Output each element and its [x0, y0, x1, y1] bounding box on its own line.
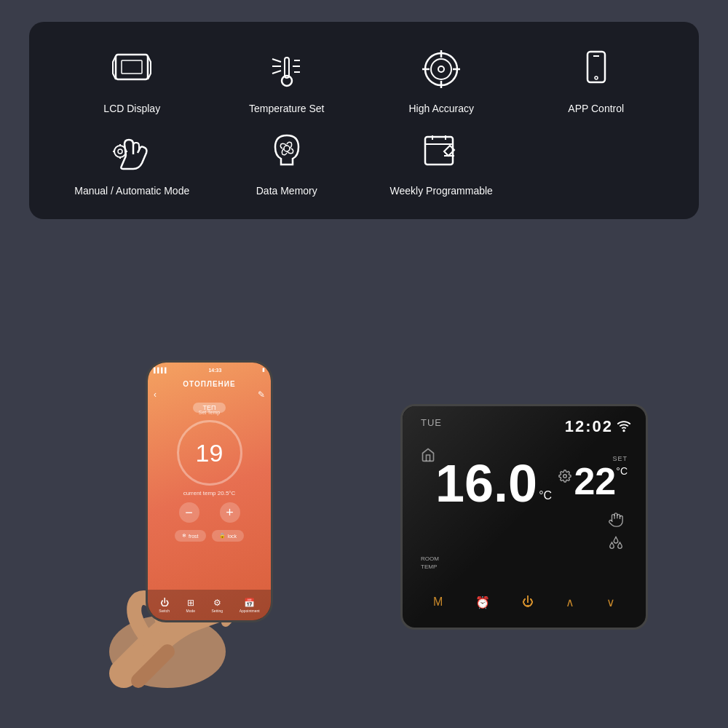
phone-screen: ▌▌▌▌ 14:33 ▮ ОТОПЛЕНИЕ ‹ ✎ ТЕП Set Temp: [148, 363, 271, 620]
phone-nav-switch[interactable]: ⏻ Switch: [159, 598, 170, 613]
feature-weekly-programmable: Weekly Programmable: [368, 126, 515, 197]
svg-point-35: [623, 430, 625, 431]
svg-line-8: [272, 59, 281, 62]
phone-signal: ▌▌▌▌: [154, 368, 168, 373]
svg-point-27: [284, 146, 290, 151]
touch-icon: [608, 512, 624, 528]
manual-auto-label: Manual / Automatic Mode: [74, 184, 189, 197]
svg-point-36: [563, 475, 567, 478]
thermostat-down-button[interactable]: ∨: [606, 596, 615, 609]
thermostat-bottom-controls: M ⏰ ⏻ ∧ ∨: [417, 587, 631, 617]
phone-section: ▌▌▌▌ 14:33 ▮ ОТОПЛЕНИЕ ‹ ✎ ТЕП Set Temp: [80, 360, 298, 673]
phone-frost-button[interactable]: ❄ frost: [175, 530, 206, 542]
lcd-display-icon: [106, 44, 157, 95]
phone-nav-appointment[interactable]: 📅 Appointment: [240, 598, 260, 613]
thermostat-main-temp: 16.0 °C: [435, 457, 552, 510]
svg-point-11: [425, 53, 457, 85]
thermostat-up-button[interactable]: ∧: [566, 596, 574, 609]
wifi-icon: [617, 419, 631, 435]
thermostat-set-area: SET 22 °C: [574, 455, 628, 500]
phone-temp-dial: Set Temp 19: [177, 420, 242, 486]
heating-icon: [608, 535, 624, 551]
manual-auto-icon: [106, 126, 157, 177]
high-accuracy-icon: [416, 44, 467, 95]
data-memory-icon: [261, 126, 312, 177]
phone-nav-setting[interactable]: ⚙ Setting: [212, 598, 223, 613]
phone-plus-button[interactable]: +: [220, 502, 240, 523]
phone-lock-button[interactable]: 🔒 lock: [212, 530, 244, 542]
thermostat-side-icons: [608, 512, 624, 551]
thermostat-set-temp: 22: [574, 462, 616, 500]
bottom-section: ▌▌▌▌ 14:33 ▮ ОТОПЛЕНИЕ ‹ ✎ ТЕП Set Temp: [0, 306, 728, 728]
phone-header: ОТОПЛЕНИЕ: [183, 380, 235, 388]
thermostat-gear-icon: [558, 470, 571, 486]
weekly-programmable-label: Weekly Programmable: [390, 184, 493, 197]
feature-temperature-set: Temperature Set: [213, 44, 361, 115]
thermostat-m-button[interactable]: M: [433, 596, 443, 609]
thermostat-day: TUE: [421, 417, 442, 428]
phone-temp-value: 19: [196, 439, 223, 467]
thermostat-set-celsius: °C: [616, 465, 628, 477]
svg-point-20: [595, 76, 598, 79]
temperature-set-label: Temperature Set: [249, 102, 325, 115]
phone-nav-bar: ⏻ Switch ⊞ Mode ⚙ Setting 📅 Appointment: [148, 590, 271, 620]
phone-battery: ▮: [262, 367, 265, 373]
phone-set-temp-label: Set Temp: [199, 410, 220, 415]
thermostat-clock-button[interactable]: ⏰: [475, 596, 490, 609]
data-memory-label: Data Memory: [256, 184, 317, 197]
phone-plus-minus: − +: [179, 502, 240, 523]
phone-current-temp: current temp 20.5°C: [183, 490, 236, 496]
weekly-programmable-icon: [416, 126, 467, 177]
phone-nav-icons: ‹ ✎: [148, 389, 271, 400]
phone-dial-ring: 19: [177, 420, 242, 486]
feature-lcd-display: LCD Display: [58, 44, 206, 115]
thermostat-room-label: ROOM TEMP: [421, 555, 439, 571]
thermostat-screen: TUE 12:02: [417, 417, 631, 584]
thermostat-device: TUE 12:02: [400, 404, 648, 630]
svg-point-12: [431, 59, 451, 79]
svg-point-13: [438, 66, 444, 72]
feature-data-memory: Data Memory: [213, 126, 361, 197]
svg-rect-2: [122, 60, 142, 74]
svg-rect-0: [116, 55, 148, 79]
app-control-icon: [571, 44, 622, 95]
app-control-label: APP Control: [568, 102, 624, 115]
feature-high-accuracy: High Accuracy: [368, 44, 515, 115]
thermostat-room-temp: 16.0: [435, 457, 537, 510]
phone-minus-button[interactable]: −: [179, 502, 199, 523]
phone-edit-icon: ✎: [258, 389, 265, 400]
phone-status-bar: ▌▌▌▌ 14:33 ▮: [148, 363, 271, 377]
svg-line-10: [272, 71, 281, 74]
feature-manual-auto: Manual / Automatic Mode: [58, 126, 206, 197]
thermostat-time: 12:02: [565, 417, 613, 436]
thermostat-room-celsius: °C: [539, 489, 552, 502]
temperature-set-icon: [261, 44, 312, 95]
svg-point-22: [118, 149, 122, 154]
features-grid-top: LCD Display Temperature Set: [58, 44, 670, 115]
phone-nav-mode[interactable]: ⊞ Mode: [186, 598, 196, 613]
thermostat-set-temp-display: 22 °C: [574, 462, 628, 500]
svg-point-21: [114, 146, 126, 157]
thermostat-power-button[interactable]: ⏻: [522, 596, 534, 609]
phone-mockup: ▌▌▌▌ 14:33 ▮ ОТОПЛЕНИЕ ‹ ✎ ТЕП Set Temp: [146, 360, 273, 622]
phone-mode-buttons: ❄ frost 🔒 lock: [175, 530, 244, 542]
thermostat-home-icon: [421, 448, 435, 465]
feature-app-control: APP Control: [523, 44, 670, 115]
svg-rect-28: [425, 137, 453, 165]
high-accuracy-label: High Accuracy: [409, 102, 474, 115]
phone-time: 14:33: [208, 368, 221, 373]
lcd-display-label: LCD Display: [103, 102, 160, 115]
features-card: LCD Display Temperature Set: [29, 22, 699, 219]
thermostat-time-area: 12:02: [565, 417, 631, 436]
phone-back-icon: ‹: [154, 389, 157, 400]
